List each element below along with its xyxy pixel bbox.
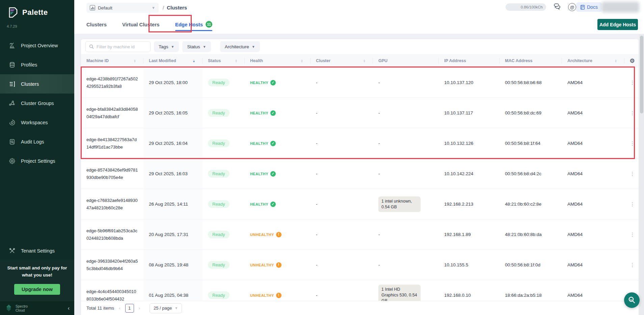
tags-filter-dropdown[interactable]: Tags▼ xyxy=(154,41,179,52)
row-actions-menu-icon[interactable]: ⋮ xyxy=(624,201,639,207)
sidebar-bottom: Tenant Settings Start small and only pay… xyxy=(0,242,74,315)
breadcrumb: /Clusters xyxy=(163,5,187,10)
table-row[interactable]: edge-396338420e4f260a55c3bbd046db9b64 08… xyxy=(81,250,639,280)
table-row[interactable]: edge-8e41384227563a7d14df9f1d1ac73bbe 29… xyxy=(81,128,639,159)
sidebar-item-tenant-settings[interactable]: Tenant Settings xyxy=(0,242,74,260)
row-actions-menu-icon[interactable]: ⋮ xyxy=(624,171,639,177)
cell-cluster: - xyxy=(311,171,373,176)
cell-health: UNHEALTHY UNHEALTHY ✓ ! xyxy=(245,232,311,237)
docs-button[interactable]: Docs xyxy=(576,2,602,12)
health-label: HEALTHY xyxy=(250,141,268,146)
sidebar-item-profiles[interactable]: Profiles xyxy=(0,55,74,74)
table-row[interactable]: edge-4238b891f7267a5024295521a92b3fa8 29… xyxy=(81,68,639,98)
tab-virtual-clusters[interactable]: Virtual Clusters xyxy=(122,15,160,34)
search-icon xyxy=(89,44,94,49)
project-selector[interactable]: Default ▼ xyxy=(86,3,159,13)
filter-bar: Tags▼ Status▼ Architecture▼ xyxy=(81,39,639,54)
upgrade-now-button[interactable]: Upgrade now xyxy=(14,284,60,295)
table-settings-gear-icon[interactable]: ⚙ xyxy=(629,57,635,64)
cell-ip-address: 192.168.1.89 xyxy=(439,232,500,237)
cell-architecture: AMD64 xyxy=(562,232,624,237)
book-icon xyxy=(580,5,585,10)
cell-machine-id: edge-4238b891f7267a5024295521a92b3fa8 xyxy=(81,75,143,90)
sort-icon[interactable]: ▲▼ xyxy=(235,59,237,62)
page-size-selector[interactable]: 25 / page▼ xyxy=(150,303,182,313)
gear-icon xyxy=(9,158,16,164)
row-actions-menu-icon[interactable]: ⋮ xyxy=(624,80,639,86)
sidebar-item-project-settings[interactable]: Project Settings xyxy=(0,151,74,170)
page-number-button[interactable]: 1 xyxy=(125,304,134,313)
breadcrumb-separator: / xyxy=(163,5,164,10)
mention-at-icon[interactable]: @ xyxy=(568,3,576,11)
bar-chart-icon xyxy=(9,42,16,49)
sort-icon[interactable]: ▲▼ xyxy=(363,59,366,62)
add-edge-hosts-button[interactable]: Add Edge Hosts xyxy=(597,19,638,30)
machine-id-search[interactable] xyxy=(85,41,151,52)
row-actions-menu-icon[interactable]: ⋮ xyxy=(624,110,639,116)
column-header-machine-id[interactable]: Machine ID▲▼ xyxy=(81,57,143,64)
prev-page-button[interactable]: ‹ xyxy=(119,306,120,311)
sort-icon-active-desc[interactable]: ▲▼ xyxy=(193,59,195,62)
sidebar-collapse-icon[interactable]: ‹ xyxy=(68,305,70,311)
sidebar-item-clusters[interactable]: Clusters xyxy=(0,74,74,94)
cell-status: Ready xyxy=(203,261,245,269)
cell-last-modified: 08 Aug 2025, 19:48 xyxy=(143,250,203,280)
cell-architecture: AMD64 xyxy=(562,202,624,207)
tab-clusters[interactable]: Clusters xyxy=(86,15,107,34)
sort-icon[interactable]: ▲▼ xyxy=(615,59,617,62)
cell-mac-address: 48:21:0b:60:c2:8e xyxy=(500,202,562,207)
row-actions-menu-icon[interactable]: ⋮ xyxy=(624,140,639,147)
column-header-status[interactable]: Status▲▼ xyxy=(203,57,245,64)
architecture-filter-dropdown[interactable]: Architecture▼ xyxy=(220,41,260,52)
sidebar-item-cluster-groups[interactable]: Cluster Groups xyxy=(0,94,74,113)
column-header-health[interactable]: Health▲▼ xyxy=(245,57,311,64)
vertical-scrollbar[interactable] xyxy=(639,34,644,315)
row-actions-menu-icon[interactable]: ⋮ xyxy=(624,232,639,238)
palette-logo-icon xyxy=(6,6,19,19)
sidebar-item-audit-logs[interactable]: Audit Logs xyxy=(0,132,74,151)
help-search-widget-button[interactable] xyxy=(624,292,640,308)
status-filter-dropdown[interactable]: Status▼ xyxy=(182,41,211,52)
cell-gpu: 1 intel unknown, 0.54 GB xyxy=(373,196,439,212)
column-header-last-modified[interactable]: Last Modified▲▼ xyxy=(143,57,203,64)
scrollbar-thumb[interactable] xyxy=(640,36,643,113)
table-row[interactable]: edge-4c4c4544003450108033b6e04f504432 01… xyxy=(81,280,639,301)
brand-name: Palette xyxy=(22,8,48,17)
table-row[interactable]: edge-bfa83842a83d8405804f29a47ddbafcf 29… xyxy=(81,98,639,128)
column-header-architecture[interactable]: Architecture▲▼ xyxy=(562,57,624,64)
next-page-button[interactable]: › xyxy=(139,306,140,311)
status-badge: Ready xyxy=(208,200,230,208)
tab-edge-hosts[interactable]: Edge Hosts 11 xyxy=(175,15,213,34)
row-actions-menu-icon[interactable]: ⋮ xyxy=(624,262,639,268)
column-header-settings[interactable]: ⚙ xyxy=(624,57,639,64)
sort-icon[interactable]: ▲▼ xyxy=(134,59,136,62)
sidebar-item-workspaces[interactable]: Workspaces xyxy=(0,113,74,132)
healthy-check-icon: ✓ xyxy=(270,80,276,85)
sidebar-item-label: Project Settings xyxy=(21,158,55,164)
layers-icon xyxy=(9,61,16,68)
cell-health: UNHEALTHY UNHEALTHY ✓ ! xyxy=(245,293,311,298)
chevron-down-icon: ▼ xyxy=(171,45,175,49)
sidebar-item-label: Profiles xyxy=(21,62,37,68)
sidebar-item-label: Workspaces xyxy=(21,120,48,125)
sort-icon[interactable]: ▲▼ xyxy=(301,59,303,62)
spectro-cloud-name: Spectro Cloud xyxy=(16,304,28,312)
chat-icon[interactable] xyxy=(553,3,562,11)
column-header-cluster[interactable]: Cluster▲▼ xyxy=(311,57,373,64)
cell-health: HEALTHY HEALTHY ✓ ! xyxy=(245,80,311,85)
cell-machine-id: edge-857438426ef9d9781930dbe90b705e4e xyxy=(81,166,143,181)
cell-cluster: - xyxy=(311,232,373,237)
redacted-user-info xyxy=(601,2,639,12)
cell-health: HEALTHY HEALTHY ✓ ! xyxy=(245,171,311,177)
project-selector-value: Default xyxy=(98,5,112,10)
table-row[interactable]: edge-5b96f691ab253ca3c02448210b608bda 20… xyxy=(81,219,639,250)
status-badge: Ready xyxy=(208,109,230,117)
cell-machine-id: edge-5b96f691ab253ca3c02448210b608bda xyxy=(81,227,143,242)
sidebar-item-project-overview[interactable]: Project Overview xyxy=(0,36,74,55)
cell-mac-address: 00:50:56:b8:dc:69 xyxy=(500,110,562,115)
status-badge: Ready xyxy=(208,79,230,86)
table-row[interactable]: edge-c76832aefe914893047a48210b60c28e 26… xyxy=(81,189,639,219)
table-row[interactable]: edge-857438426ef9d9781930dbe90b705e4e 29… xyxy=(81,159,639,189)
cell-gpu: - xyxy=(373,140,439,146)
search-input[interactable] xyxy=(97,44,144,49)
